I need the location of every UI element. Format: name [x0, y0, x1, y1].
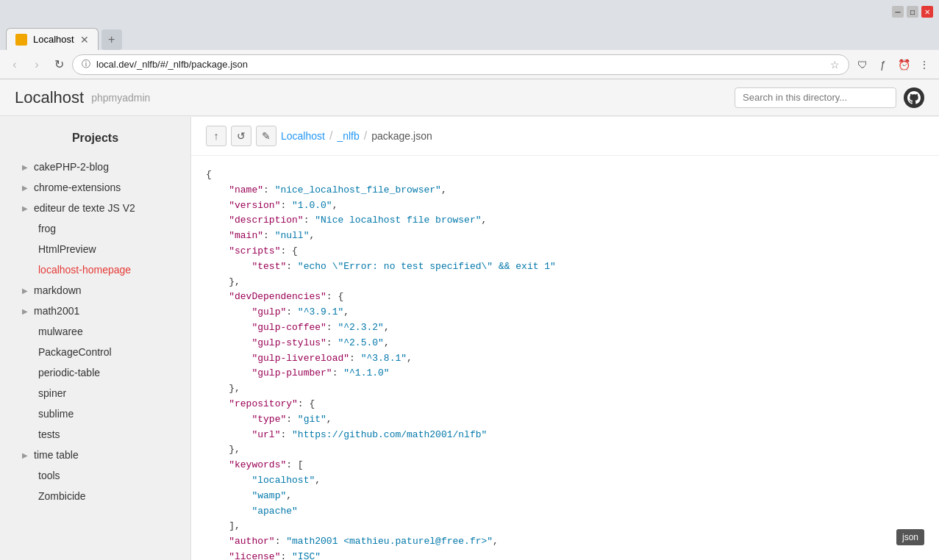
sidebar-item[interactable]: ▶math2001 — [0, 301, 190, 321]
new-tab-button[interactable]: + — [101, 29, 122, 50]
edit-button[interactable]: ✎ — [256, 126, 276, 146]
sidebar-item-label: tools — [38, 470, 60, 481]
reload-button[interactable]: ↻ — [50, 56, 68, 73]
menu-icon[interactable]: ⋮ — [915, 56, 933, 73]
sidebar-item[interactable]: Zombicide — [0, 486, 190, 506]
sidebar-item-label: mulwaree — [38, 326, 83, 337]
sidebar-arrow-icon: ▶ — [22, 307, 28, 315]
sidebar-item[interactable]: HtmlPreview — [0, 239, 190, 259]
sidebar-item-label: editeur de texte JS V2 — [34, 202, 135, 214]
github-icon[interactable] — [904, 87, 924, 108]
url-text: local.dev/_nlfb/#/_nlfb/package.json — [96, 59, 824, 70]
sidebar-item[interactable]: localhost-homepage — [0, 259, 190, 280]
sidebar-item-label: frog — [38, 223, 56, 234]
sidebar-item[interactable]: frog — [0, 218, 190, 239]
extension-icon-3[interactable]: ⏰ — [895, 56, 913, 73]
tab-favicon — [15, 34, 27, 46]
main-content: Projects ▶cakePHP-2-blog▶chrome-extensio… — [0, 117, 939, 560]
sidebar-arrow-icon: ▶ — [22, 204, 28, 212]
app-subtitle: phpmyadmin — [91, 92, 150, 104]
sidebar-item[interactable]: ▶markdown — [0, 280, 190, 301]
sidebar-arrow-icon: ▶ — [22, 184, 28, 192]
breadcrumb-bar: ↑ ↺ ✎ Localhost / _nlfb / package.json — [191, 117, 939, 156]
breadcrumb-localhost[interactable]: Localhost — [281, 130, 325, 142]
up-button[interactable]: ↑ — [206, 126, 226, 146]
sidebar-item-label: time table — [34, 449, 79, 461]
sidebar-item-label: PackageControl — [38, 346, 112, 358]
sidebar-item-label: cakePHP-2-blog — [34, 161, 109, 173]
breadcrumb-nlfb[interactable]: _nlfb — [337, 130, 359, 142]
breadcrumb-sep-1: / — [329, 129, 332, 143]
minimize-button[interactable]: ─ — [892, 6, 904, 18]
sidebar-item-label: chrome-extensions — [34, 182, 121, 193]
sidebar-item-label: math2001 — [34, 305, 79, 317]
title-bar: ─ □ ✕ — [0, 0, 939, 24]
sidebar-item[interactable]: ▶cakePHP-2-blog — [0, 157, 190, 177]
back-button[interactable]: ‹ — [6, 56, 24, 73]
sidebar-arrow-icon: ▶ — [22, 163, 28, 171]
sidebar-arrow-icon: ▶ — [22, 287, 28, 295]
content-area: ↑ ↺ ✎ Localhost / _nlfb / package.json {… — [191, 117, 939, 560]
breadcrumb-sep-2: / — [364, 129, 367, 143]
sidebar-item[interactable]: PackageControl — [0, 342, 190, 362]
close-button[interactable]: ✕ — [921, 6, 933, 18]
sidebar-item-label: sublime — [38, 408, 74, 420]
sidebar-item[interactable]: mulwaree — [0, 321, 190, 342]
sidebar-title: Projects — [0, 132, 190, 157]
sidebar-item[interactable]: spiner — [0, 383, 190, 403]
toolbar-icons: 🛡 ƒ ⏰ ⋮ — [854, 56, 933, 73]
forward-button[interactable]: › — [28, 56, 46, 73]
sidebar: Projects ▶cakePHP-2-blog▶chrome-extensio… — [0, 117, 191, 560]
bookmark-icon[interactable]: ☆ — [830, 59, 840, 71]
sidebar-item[interactable]: ▶time table — [0, 445, 190, 465]
sidebar-item-label: tests — [38, 428, 60, 440]
sidebar-item[interactable]: periodic-table — [0, 362, 190, 383]
extension-icon-2[interactable]: ƒ — [874, 56, 892, 73]
app-topbar: Localhost phpmyadmin — [0, 79, 939, 116]
sidebar-item[interactable]: tests — [0, 424, 190, 445]
sidebar-item-label: markdown — [34, 284, 82, 296]
sidebar-item-label: HtmlPreview — [38, 243, 96, 255]
breadcrumb-current: package.json — [371, 130, 432, 142]
url-box[interactable]: ⓘ local.dev/_nlfb/#/_nlfb/package.json ☆ — [72, 54, 849, 75]
tab-bar: Localhost ✕ + — [0, 24, 939, 50]
tab-close-button[interactable]: ✕ — [80, 35, 89, 45]
sidebar-item-label: Zombicide — [38, 490, 86, 502]
address-bar: ‹ › ↻ ⓘ local.dev/_nlfb/#/_nlfb/package.… — [0, 50, 939, 79]
lock-icon: ⓘ — [82, 58, 90, 71]
refresh-button[interactable]: ↺ — [231, 126, 251, 146]
active-tab[interactable]: Localhost ✕ — [6, 28, 99, 50]
sidebar-items: ▶cakePHP-2-blog▶chrome-extensions▶editeu… — [0, 157, 190, 506]
search-input[interactable] — [735, 87, 896, 108]
tab-label: Localhost — [33, 34, 74, 45]
json-content: { "name": "nice_localhost_file_browser",… — [191, 156, 939, 560]
sidebar-item[interactable]: ▶editeur de texte JS V2 — [0, 198, 190, 218]
sidebar-item-label: spiner — [38, 387, 66, 399]
sidebar-item-label: periodic-table — [38, 367, 100, 378]
json-badge: json — [896, 529, 924, 545]
sidebar-item[interactable]: ▶chrome-extensions — [0, 177, 190, 198]
sidebar-item[interactable]: sublime — [0, 403, 190, 424]
sidebar-item-label: localhost-homepage — [38, 264, 131, 276]
sidebar-item[interactable]: tools — [0, 465, 190, 486]
maximize-button[interactable]: □ — [907, 6, 918, 18]
extension-icon-1[interactable]: 🛡 — [854, 56, 871, 73]
sidebar-arrow-icon: ▶ — [22, 451, 28, 459]
app-title: Localhost — [15, 88, 84, 107]
